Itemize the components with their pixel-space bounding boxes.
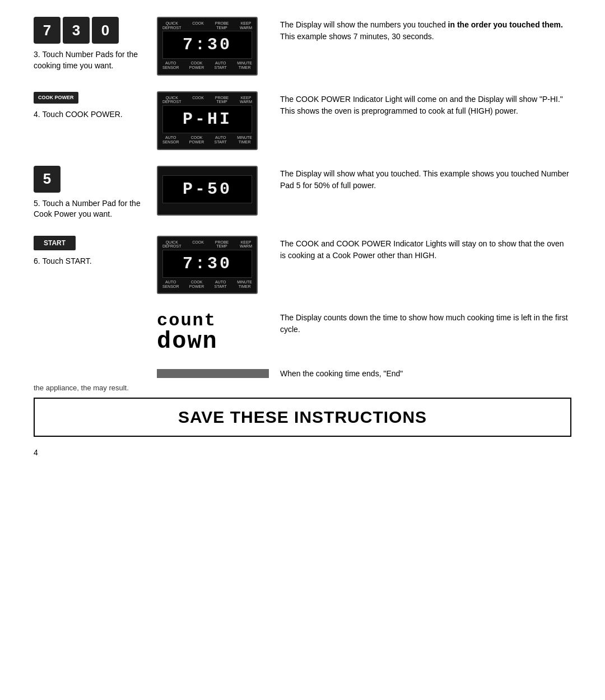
label-cook-power-1: COOKPOWER <box>189 61 204 69</box>
display-bottom-3 <box>162 206 252 210</box>
label-minute-timer-1: MINUTETIMER <box>237 61 252 69</box>
page-number: 4 <box>34 448 571 457</box>
desc-6: The COOK and COOK POWER Indicator Lights… <box>280 239 564 260</box>
label-keep-warm-1: KEEPWARM <box>240 21 252 30</box>
label-cook-4: COOK <box>192 240 204 249</box>
section-7-count: count down <box>157 310 269 353</box>
section-4-left: COOK POWER 4. Touch COOK POWER. <box>34 91 146 120</box>
step-6-label: 6. Touch START. <box>34 256 146 267</box>
section-3-description: The Display will show the numbers you to… <box>280 17 571 43</box>
section-3: 7 3 0 3. Touch Number Pads for the cooki… <box>34 17 571 76</box>
label-empty-5 <box>162 206 164 210</box>
label-auto-start-2: AUTOSTART <box>215 136 227 144</box>
count-top-text: count <box>157 312 269 330</box>
partial-right-text: When the cooking time ends, "End" <box>280 369 571 378</box>
label-probe-temp-2: PROBETEMP <box>215 96 229 104</box>
partial-bottom: the appliance, the may result. <box>34 384 129 392</box>
display-top-2: QUICKDEFROST COOK PROBETEMP KEEPWARM <box>162 96 252 104</box>
section-5-display: P-50 <box>157 166 269 216</box>
label-minute-timer-4: MINUTETIMER <box>237 280 252 288</box>
step-6-number: 6. <box>34 256 40 265</box>
label-probe-temp-1: PROBETEMP <box>215 21 229 30</box>
key-5: 5 <box>34 166 61 193</box>
label-probe-temp-4: PROBETEMP <box>215 240 229 249</box>
partial-bar <box>157 369 269 378</box>
partial-row: When the cooking time ends, "End" <box>34 369 571 378</box>
display-screen-1: 7:30 <box>162 31 252 59</box>
section-4: COOK POWER 4. Touch COOK POWER. QUICKDEF… <box>34 91 571 150</box>
section-3-display: QUICKDEFROST COOK PROBETEMP KEEPWARM 7:3… <box>157 17 269 76</box>
label-quick-defrost-2: QUICKDEFROST <box>162 96 181 104</box>
display-panel-2: QUICKDEFROST COOK PROBETEMP KEEPWARM P-H… <box>157 91 258 150</box>
display-panel-3: P-50 <box>157 166 258 216</box>
section-4-description: The COOK POWER Indicator Light will come… <box>280 91 571 117</box>
label-auto-start-1: AUTOSTART <box>215 61 227 69</box>
label-quick-defrost-1: QUICKDEFROST <box>162 21 181 30</box>
label-empty-1 <box>162 170 164 175</box>
start-button[interactable]: START <box>34 236 76 250</box>
display-bottom-4: AUTOSENSOR COOKPOWER AUTOSTART MINUTETIM… <box>162 280 252 288</box>
section-5-left: 5 5. Touch a Number Pad for the Cook Pow… <box>34 166 146 220</box>
key-3: 3 <box>63 17 90 44</box>
desc-4: The COOK POWER Indicator Light will come… <box>280 95 563 115</box>
section-6-left: START 6. Touch START. <box>34 236 146 267</box>
label-cook-power-4: COOKPOWER <box>189 280 204 288</box>
step-4-label: 4. Touch COOK POWER. <box>34 109 146 120</box>
key-0: 0 <box>92 17 119 44</box>
label-empty-4 <box>251 170 252 175</box>
desc-3-end: This example shows 7 minutes, 30 seconds… <box>280 32 434 41</box>
section-3-left: 7 3 0 3. Touch Number Pads for the cooki… <box>34 17 146 71</box>
section-6: START 6. Touch START. QUICKDEFROST COOK … <box>34 236 571 295</box>
display-top-1: QUICKDEFROST COOK PROBETEMP KEEPWARM <box>162 21 252 30</box>
step-5-label: 5. Touch a Number Pad for the Cook Power… <box>34 198 146 220</box>
save-instructions-title: SAVE THESE INSTRUCTIONS <box>44 408 561 427</box>
cook-power-button[interactable]: COOK POWER <box>34 92 78 104</box>
step-3-label: 3. Touch Number Pads for the cooking tim… <box>34 49 146 71</box>
desc-7: The Display counts down the time to show… <box>280 313 568 334</box>
step-3-text2: cooking time you want. <box>34 61 113 70</box>
label-auto-sensor-4: AUTOSENSOR <box>162 280 179 288</box>
label-auto-sensor-1: AUTOSENSOR <box>162 61 179 69</box>
display-screen-3: P-50 <box>162 175 252 203</box>
label-empty-6 <box>192 206 193 210</box>
partial-right: When the cooking time ends, "End" <box>280 369 403 378</box>
label-minute-timer-2: MINUTETIMER <box>237 136 252 144</box>
label-keep-warm-4: KEEPWARM <box>240 240 252 249</box>
desc-3-bold: in the order you touched them. <box>448 20 563 29</box>
label-auto-start-4: AUTOSTART <box>215 280 227 288</box>
countdown-display: count down <box>157 312 269 353</box>
step-5-text: Touch a Number Pad for the <box>43 199 141 208</box>
label-auto-sensor-2: AUTOSENSOR <box>162 136 179 144</box>
step-5-text2: Cook Power you want. <box>34 209 112 218</box>
desc-3-pre: The Display will show the numbers you to… <box>280 20 448 29</box>
partial-bottom-row: the appliance, the may result. <box>34 384 571 392</box>
section-7-description: The Display counts down the time to show… <box>280 310 571 335</box>
number-keys-730: 7 3 0 <box>34 17 146 44</box>
display-panel-1: QUICKDEFROST COOK PROBETEMP KEEPWARM 7:3… <box>157 17 258 76</box>
display-top-4: QUICKDEFROST COOK PROBETEMP KEEPWARM <box>162 240 252 249</box>
label-cook-1: COOK <box>192 21 204 30</box>
step-3-number: 3. <box>34 50 40 59</box>
step-6-text: Touch START. <box>43 256 92 265</box>
label-cook-power-2: COOKPOWER <box>189 136 204 144</box>
display-top-3 <box>162 170 252 175</box>
section-4-display: QUICKDEFROST COOK PROBETEMP KEEPWARM P-H… <box>157 91 269 150</box>
display-screen-2: P-HI <box>162 105 252 133</box>
step-4-number: 4. <box>34 110 40 119</box>
label-empty-8 <box>251 206 252 210</box>
label-empty-3 <box>221 170 222 175</box>
label-empty-7 <box>221 206 222 210</box>
step-3-text: Touch Number Pads for the <box>43 50 138 59</box>
display-bottom-1: AUTOSENSOR COOKPOWER AUTOSTART MINUTETIM… <box>162 61 252 69</box>
label-quick-defrost-4: QUICKDEFROST <box>162 240 181 249</box>
step-5-number: 5. <box>34 199 40 208</box>
partial-center <box>157 369 269 378</box>
display-screen-4: 7:30 <box>162 250 252 278</box>
key-7: 7 <box>34 17 61 44</box>
step-4-text: Touch COOK POWER. <box>43 110 123 119</box>
save-instructions-box: SAVE THESE INSTRUCTIONS <box>34 398 571 437</box>
count-bottom-text: down <box>157 330 269 353</box>
display-panel-4: QUICKDEFROST COOK PROBETEMP KEEPWARM 7:3… <box>157 236 258 295</box>
section-6-display: QUICKDEFROST COOK PROBETEMP KEEPWARM 7:3… <box>157 236 269 295</box>
section-6-description: The COOK and COOK POWER Indicator Lights… <box>280 236 571 262</box>
